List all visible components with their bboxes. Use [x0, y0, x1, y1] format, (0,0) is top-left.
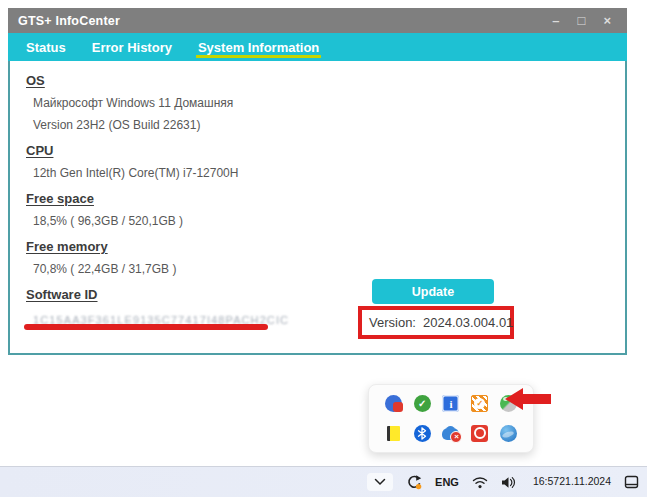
- record-icon[interactable]: [471, 425, 488, 442]
- annotation-arrow-icon: [505, 387, 551, 411]
- info-icon[interactable]: [442, 395, 459, 412]
- update-button[interactable]: Update: [372, 279, 494, 304]
- version-label: Version:: [369, 315, 416, 330]
- maximize-button[interactable]: □: [578, 14, 586, 27]
- gts-infocenter-window: GTS+ InfoCenter – □ × Status Error Histo…: [8, 8, 627, 355]
- shield-check-icon[interactable]: [414, 395, 431, 412]
- free-space-heading: Free space: [26, 191, 609, 206]
- tab-error-history[interactable]: Error History: [92, 33, 172, 61]
- bluetooth-glyph: [417, 427, 427, 440]
- bluetooth-icon[interactable]: [414, 425, 431, 442]
- free-memory-heading: Free memory: [26, 239, 609, 254]
- clock-date: 21.11.2024: [559, 475, 611, 488]
- version-value: 2024.03.004.01: [423, 315, 513, 330]
- cloud-error-icon[interactable]: [442, 428, 459, 440]
- speaker-icon: [501, 476, 516, 489]
- window-controls: – □ ×: [552, 14, 617, 27]
- update-pending-tray-icon[interactable]: [406, 474, 422, 490]
- wifi-icon: [472, 476, 488, 489]
- window-title: GTS+ InfoCenter: [18, 14, 552, 28]
- tasks-check-dot: [474, 398, 485, 409]
- notification-icon: [624, 475, 639, 489]
- free-memory-value: 70,8% ( 22,4GB / 31,7GB ): [33, 262, 609, 276]
- software-id-row: 1C15AA3F361LE9135C77417I48PACH2CIC: [33, 310, 289, 328]
- app-red-blue-icon[interactable]: [385, 395, 402, 412]
- yellow-notes-icon[interactable]: [387, 426, 400, 441]
- software-id-heading: Software ID: [26, 287, 609, 302]
- screenshot-stage: GTS+ InfoCenter – □ × Status Error Histo…: [0, 0, 647, 500]
- language-indicator[interactable]: ENG: [435, 476, 459, 488]
- free-space-value: 18,5% ( 96,3GB / 520,1GB ): [33, 214, 609, 228]
- cpu-model: 12th Gen Intel(R) Core(TM) i7-12700H: [33, 166, 609, 180]
- close-button[interactable]: ×: [603, 14, 611, 27]
- tab-system-information[interactable]: System Information: [198, 33, 319, 61]
- clock-time: 16:57: [533, 475, 559, 488]
- clock[interactable]: 16:57 21.11.2024: [533, 475, 611, 488]
- annotation-red-box: Version: 2024.03.004.01: [358, 306, 514, 339]
- volume-tray-button[interactable]: [501, 476, 516, 489]
- os-version: Version 23H2 (OS Build 22631): [33, 118, 609, 132]
- annotation-red-underline: [24, 324, 268, 330]
- titlebar[interactable]: GTS+ InfoCenter – □ ×: [8, 8, 627, 33]
- tab-bar: Status Error History System Information: [8, 33, 627, 61]
- system-information-panel: OS Майкрософт Windows 11 Домашняя Versio…: [8, 61, 627, 355]
- os-name: Майкрософт Windows 11 Домашняя: [33, 96, 609, 110]
- tasks-check-icon[interactable]: [471, 395, 488, 412]
- minimize-button[interactable]: –: [552, 14, 559, 27]
- tab-status[interactable]: Status: [26, 33, 66, 61]
- wifi-tray-button[interactable]: [472, 476, 488, 489]
- notification-center-button[interactable]: [624, 475, 639, 489]
- taskbar: ENG 16:57 21.11.2024: [0, 466, 647, 497]
- os-heading: OS: [26, 73, 609, 88]
- chevron-down-icon: [374, 478, 386, 486]
- show-hidden-icons-button[interactable]: [367, 473, 393, 491]
- cpu-heading: CPU: [26, 143, 609, 158]
- globe-icon[interactable]: [500, 425, 517, 442]
- sync-icon: [406, 474, 422, 490]
